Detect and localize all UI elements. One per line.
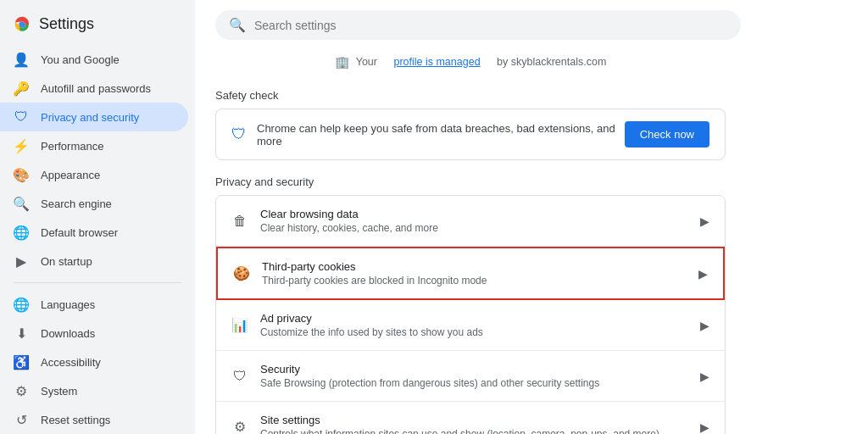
settings-item-clear-left: 🗑 Clear browsing data Clear history, coo…: [231, 208, 438, 234]
accessibility-icon: ♿: [14, 354, 29, 370]
sidebar-item-default-browser[interactable]: 🌐 Default browser: [0, 218, 188, 247]
sidebar: Settings 👤 You and Google 🔑 Autofill and…: [0, 0, 195, 434]
languages-icon: 🌐: [14, 297, 29, 312]
sidebar-item-performance[interactable]: ⚡ Performance: [0, 131, 188, 160]
sidebar-item-accessibility[interactable]: ♿ Accessibility: [0, 348, 188, 376]
app-title: Settings: [39, 15, 94, 33]
shield-icon: 🛡: [14, 109, 29, 125]
downloads-icon: ⬇: [14, 326, 29, 341]
site-settings-subtitle: Controls what information sites can use …: [260, 428, 659, 434]
safety-text: Chrome can help keep you safe from data …: [257, 122, 625, 147]
settings-item-ad-privacy[interactable]: 📊 Ad privacy Customize the info used by …: [216, 300, 725, 351]
appearance-icon: 🎨: [14, 167, 29, 182]
main-content: 🔍 🏢 Your profile is managed by skyblackr…: [195, 0, 868, 434]
managed-banner: 🏢 Your profile is managed by skyblackren…: [215, 50, 726, 77]
trash-icon: 🗑: [231, 213, 248, 230]
sidebar-header: Settings: [0, 7, 195, 45]
settings-item-third-party-cookies[interactable]: 🍪 Third-party cookies Third-party cookie…: [218, 248, 723, 298]
sidebar-item-privacy[interactable]: 🛡 Privacy and security: [0, 103, 188, 131]
sidebar-item-reset[interactable]: ↺ Reset settings: [0, 405, 188, 434]
settings-item-security-left: 🛡 Security Safe Browsing (protection fro…: [231, 363, 599, 389]
ad-privacy-title: Ad privacy: [260, 312, 483, 325]
ad-privacy-icon: 📊: [231, 317, 248, 334]
sidebar-item-downloads[interactable]: ⬇ Downloads: [0, 319, 188, 348]
cookies-subtitle: Third-party cookies are blocked in Incog…: [262, 275, 487, 287]
settings-item-clear-browsing[interactable]: 🗑 Clear browsing data Clear history, coo…: [216, 196, 725, 247]
sidebar-item-appearance[interactable]: 🎨 Appearance: [0, 160, 188, 189]
sidebar-item-languages[interactable]: 🌐 Languages: [0, 290, 188, 319]
sidebar-group-2: 🌐 Languages ⬇ Downloads ♿ Accessibility …: [0, 290, 195, 434]
settings-item-cookies-left: 🍪 Third-party cookies Third-party cookie…: [233, 260, 487, 287]
settings-item-security-text: Security Safe Browsing (protection from …: [260, 363, 599, 389]
settings-item-cookies-text: Third-party cookies Third-party cookies …: [262, 260, 487, 287]
clear-browsing-subtitle: Clear history, cookies, cache, and more: [260, 222, 438, 234]
clear-browsing-title: Clear browsing data: [260, 208, 438, 220]
safety-shield-icon: 🛡: [231, 125, 247, 143]
ad-privacy-subtitle: Customize the info used by sites to show…: [260, 326, 483, 338]
sidebar-item-autofill[interactable]: 🔑 Autofill and passwords: [0, 74, 188, 103]
arrow-icon-site: ▶: [700, 420, 709, 434]
managed-prefix: Your: [356, 56, 377, 68]
svg-point-0: [19, 21, 25, 28]
person-icon: 👤: [14, 52, 29, 67]
search-engine-icon: 🔍: [14, 196, 29, 211]
reset-icon: ↺: [14, 412, 29, 427]
managed-suffix: by skyblackrentals.com: [497, 56, 606, 68]
startup-icon: ▶: [14, 253, 29, 269]
settings-item-site-settings[interactable]: ⚙ Site settings Controls what informatio…: [216, 402, 725, 434]
search-bar: 🔍: [215, 10, 741, 40]
performance-icon: ⚡: [14, 138, 29, 153]
privacy-security-title: Privacy and security: [215, 175, 726, 188]
sidebar-item-system[interactable]: ⚙ System: [0, 376, 188, 405]
settings-item-clear-text: Clear browsing data Clear history, cooki…: [260, 208, 438, 234]
check-now-button[interactable]: Check now: [625, 121, 709, 147]
key-icon: 🔑: [14, 81, 29, 96]
highlighted-wrapper: 🍪 Third-party cookies Third-party cookie…: [216, 247, 725, 300]
settings-item-security[interactable]: 🛡 Security Safe Browsing (protection fro…: [216, 351, 725, 402]
sidebar-divider-1: [14, 282, 181, 283]
content-area: 🏢 Your profile is managed by skyblackren…: [195, 50, 746, 434]
security-subtitle: Safe Browsing (protection from dangerous…: [260, 377, 599, 389]
sidebar-item-you-and-google[interactable]: 👤 You and Google: [0, 45, 188, 74]
cookies-title: Third-party cookies: [262, 260, 487, 273]
safety-check-card: 🛡 Chrome can help keep you safe from dat…: [215, 108, 726, 160]
chrome-logo-icon: [14, 16, 31, 33]
managed-icon: 🏢: [335, 55, 349, 69]
search-bar-wrap: 🔍: [195, 0, 868, 50]
arrow-icon-cookies: ▶: [698, 267, 708, 281]
managed-link[interactable]: profile is managed: [393, 56, 480, 68]
arrow-icon-security: ▶: [700, 370, 709, 383]
sidebar-group-1: 👤 You and Google 🔑 Autofill and password…: [0, 45, 195, 275]
sidebar-item-search-engine[interactable]: 🔍 Search engine: [0, 189, 188, 218]
system-icon: ⚙: [14, 383, 29, 398]
browser-icon: 🌐: [14, 225, 29, 240]
search-icon: 🔍: [229, 17, 246, 33]
site-settings-title: Site settings: [260, 414, 659, 426]
security-title: Security: [260, 363, 599, 376]
site-settings-icon: ⚙: [231, 419, 248, 435]
security-shield-icon: 🛡: [231, 368, 248, 385]
arrow-icon-clear: ▶: [700, 214, 709, 228]
search-input[interactable]: [254, 19, 727, 32]
settings-item-site-text: Site settings Controls what information …: [260, 414, 659, 434]
arrow-icon-ad: ▶: [700, 319, 709, 332]
settings-item-site-left: ⚙ Site settings Controls what informatio…: [231, 414, 659, 434]
settings-item-ad-text: Ad privacy Customize the info used by si…: [260, 312, 483, 338]
settings-item-ad-left: 📊 Ad privacy Customize the info used by …: [231, 312, 483, 338]
safety-card-left: 🛡 Chrome can help keep you safe from dat…: [231, 122, 625, 147]
sidebar-item-on-startup[interactable]: ▶ On startup: [0, 247, 188, 275]
cookies-icon: 🍪: [233, 265, 250, 282]
privacy-settings-list: 🗑 Clear browsing data Clear history, coo…: [215, 195, 726, 434]
safety-check-title: Safety check: [215, 89, 726, 102]
